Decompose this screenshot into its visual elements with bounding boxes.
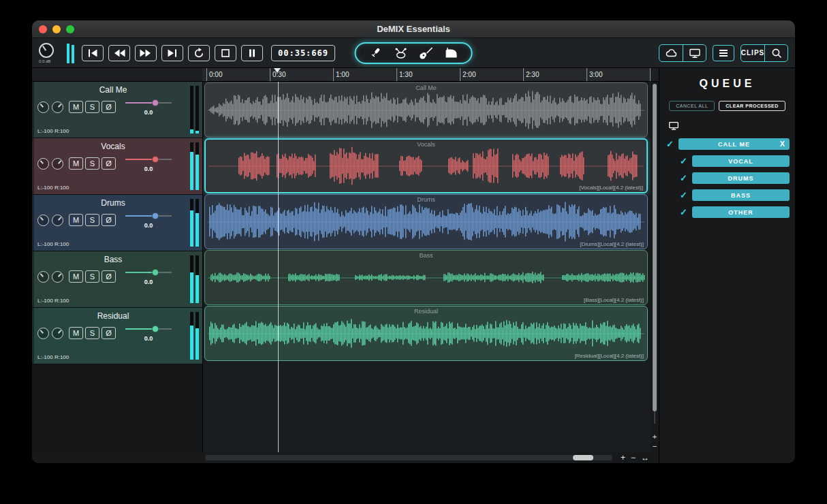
remove-job-button[interactable]: X [780, 140, 785, 148]
stem-version-tag: [Bass][Local][4.2 (latest)] [584, 297, 644, 303]
volume-thumb[interactable] [152, 99, 159, 106]
queue-list: ✓CALL MEX✓VOCAL✓DRUMS✓BASS✓OTHER [665, 138, 790, 223]
skip-start-button[interactable] [82, 45, 104, 61]
vertical-zoom-in-button[interactable]: + [653, 433, 657, 441]
cancel-all-button[interactable]: CANCEL ALL [669, 101, 715, 111]
rewind-icon [112, 48, 126, 59]
volume-slider[interactable] [125, 155, 172, 164]
phase-button[interactable]: Ø [102, 270, 116, 283]
stem-selector-pill[interactable] [355, 42, 473, 64]
menu-button[interactable] [713, 45, 734, 61]
queue-stem-pill[interactable]: BASS [692, 189, 790, 201]
clear-processed-button[interactable]: CLEAR PROCESSED [719, 101, 785, 111]
clips-button[interactable]: CLIPS [741, 45, 764, 61]
pause-button[interactable] [241, 45, 263, 61]
guitar-icon[interactable] [419, 47, 434, 59]
lane-title: Bass [205, 252, 647, 259]
playhead-line[interactable] [278, 82, 279, 452]
queue-stem-pill[interactable]: VOCAL [692, 155, 790, 167]
master-gain-knob[interactable] [39, 43, 54, 58]
pan-knob[interactable] [52, 215, 63, 226]
mute-button[interactable]: M [69, 270, 83, 283]
fast-forward-button[interactable] [135, 45, 157, 61]
solo-button[interactable]: S [85, 157, 99, 170]
ruler-tick: 1:00 [333, 68, 349, 81]
vscroll-handle[interactable] [653, 84, 657, 411]
piano-icon[interactable] [444, 47, 459, 59]
phase-button[interactable]: Ø [102, 101, 116, 113]
track-name: Drums [37, 198, 202, 208]
volume-slider[interactable] [125, 324, 172, 334]
volume-slider[interactable] [125, 98, 172, 108]
lane-bass[interactable]: Bass[Bass][Local][4.2 (latest)] [204, 250, 648, 305]
volume-slider[interactable] [125, 268, 172, 277]
close-window-button[interactable] [39, 25, 47, 33]
queue-title: QUEUE [665, 78, 790, 90]
solo-button[interactable]: S [85, 327, 99, 339]
mute-button[interactable]: M [69, 214, 83, 226]
mute-button[interactable]: M [69, 157, 83, 170]
gain-knob[interactable] [37, 328, 49, 339]
lane-call-me[interactable]: Call Me [204, 82, 648, 138]
stop-button[interactable] [215, 45, 236, 61]
lane-vocals[interactable]: Vocals[Vocals][Local][4.2 (latest)] [204, 138, 648, 193]
rewind-button[interactable] [108, 45, 130, 61]
zoom-fit-button[interactable]: ↔ [641, 454, 649, 462]
check-icon: ✓ [678, 190, 689, 200]
pan-knob[interactable] [52, 271, 63, 283]
stem-version-tag: [Vocals][Local][4.2 (latest)] [579, 185, 643, 191]
vertical-scrollbar[interactable]: + − [651, 82, 659, 452]
minimize-window-button[interactable] [52, 25, 61, 33]
volume-thumb[interactable] [152, 156, 159, 163]
gain-knob[interactable] [37, 271, 49, 283]
zoom-in-button[interactable]: + [621, 454, 625, 462]
gain-knob[interactable] [37, 101, 49, 113]
queue-job-pill[interactable]: CALL MEX [678, 138, 790, 150]
track-header-panel: Call MeMSØ0.0L:-100 R:100VocalsMSØ0.0L:-… [32, 82, 202, 452]
pan-knob[interactable] [52, 158, 63, 170]
gain-knob[interactable] [37, 215, 49, 226]
track-header-vocals[interactable]: VocalsMSØ0.0L:-100 R:100 [32, 138, 202, 195]
hscroll-handle[interactable] [573, 455, 593, 460]
track-header-drums[interactable]: DrumsMSØ0.0L:-100 R:100 [32, 195, 202, 251]
cloud-icon [664, 48, 678, 58]
solo-button[interactable]: S [85, 214, 99, 226]
track-header-residual[interactable]: ResidualMSØ0.0L:-100 R:100 [32, 308, 202, 364]
pan-knob[interactable] [52, 328, 63, 339]
microphone-icon[interactable] [369, 47, 384, 59]
volume-thumb[interactable] [152, 326, 159, 332]
phase-button[interactable]: Ø [102, 214, 116, 226]
queue-stem-pill[interactable]: OTHER [692, 206, 790, 218]
gain-knob[interactable] [37, 158, 49, 170]
vertical-zoom-out-button[interactable]: − [653, 443, 657, 450]
solo-button[interactable]: S [85, 270, 99, 283]
time-ruler[interactable]: 0:000:301:001:302:002:303:003 [202, 68, 651, 82]
lane-drums[interactable]: Drums[Drums][Local][4.2 (latest)] [204, 194, 648, 249]
queue-stem-pill[interactable]: DRUMS [692, 172, 790, 184]
phase-button[interactable]: Ø [102, 157, 116, 170]
mute-button[interactable]: M [69, 327, 83, 339]
lane-residual[interactable]: Residual[Residual][Local][4.2 (latest)] [204, 306, 648, 361]
track-header-bass[interactable]: BassMSØ0.0L:-100 R:100 [32, 251, 202, 308]
volume-slider[interactable] [125, 211, 172, 221]
volume-thumb[interactable] [152, 212, 159, 219]
mute-button[interactable]: M [69, 101, 83, 113]
magnifier-icon [770, 47, 783, 59]
ruler-tick: 2:30 [523, 68, 539, 81]
track-header-call-me[interactable]: Call MeMSØ0.0L:-100 R:100 [32, 82, 202, 138]
drum-kit-icon[interactable] [394, 47, 409, 59]
hscroll-track[interactable] [205, 455, 612, 460]
track-name: Call Me [37, 85, 202, 95]
zoom-window-button[interactable] [66, 25, 74, 33]
zoom-out-button[interactable]: − [631, 454, 636, 462]
volume-thumb[interactable] [152, 269, 159, 276]
playhead-marker[interactable] [274, 68, 281, 73]
skip-end-button[interactable] [161, 45, 183, 61]
cloud-processing-button[interactable] [659, 45, 683, 61]
local-processing-button[interactable] [683, 45, 706, 61]
pan-knob[interactable] [52, 101, 63, 113]
phase-button[interactable]: Ø [102, 327, 116, 339]
solo-button[interactable]: S [85, 101, 99, 113]
loop-button[interactable] [188, 45, 210, 61]
search-button[interactable] [764, 45, 787, 61]
